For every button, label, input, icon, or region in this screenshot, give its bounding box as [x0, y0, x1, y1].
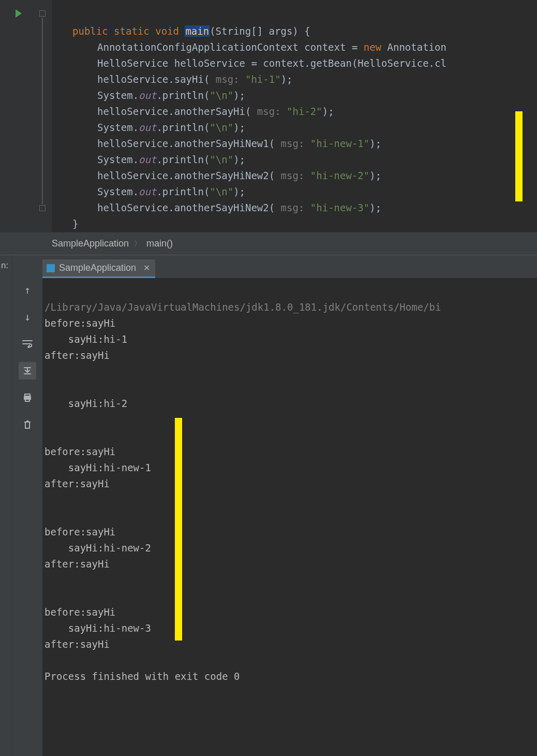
method-params: (String[] args) { [210, 25, 310, 37]
run-tab-sampleapplication[interactable]: SampleApplication ✕ [42, 259, 155, 278]
close-icon[interactable]: ✕ [143, 263, 150, 273]
highlight-marker [515, 111, 523, 201]
code-token: .println( [156, 186, 210, 197]
console-line: before:sayHi [44, 317, 115, 329]
run-tool-window: n: ↑ ↓ SampleApplication ✕ /Library/Java… [0, 255, 537, 756]
console-line: Process finished with exit code 0 [44, 671, 240, 682]
highlight-marker [175, 418, 182, 641]
string-literal: "hi-new-2" [310, 170, 369, 181]
string-literal: "\n" [210, 154, 233, 165]
run-tab-label: SampleApplication [59, 263, 136, 273]
keyword-void: void [155, 25, 179, 37]
code-token: ); [322, 106, 334, 117]
code-token: ); [233, 154, 245, 165]
fold-icon[interactable] [39, 10, 46, 17]
console-line: before:sayHi [44, 526, 115, 537]
run-tabs: SampleApplication ✕ [42, 255, 537, 278]
code-token: ); [369, 202, 381, 213]
code-token: AnnotationConfigApplicationContext conte… [97, 41, 364, 53]
console-line: after:sayHi [44, 558, 110, 570]
param-hint: msg: [251, 106, 287, 117]
method-name-main: main [185, 25, 210, 37]
keyword-new: new [364, 41, 381, 53]
fold-icon[interactable] [39, 205, 46, 211]
console-line: before:sayHi [44, 606, 115, 618]
param-hint: msg: [210, 74, 245, 85]
code-text[interactable]: public static void main(String[] args) {… [52, 0, 537, 232]
string-literal: "hi-2" [287, 106, 322, 117]
code-token: .println( [156, 90, 210, 101]
application-icon [47, 264, 55, 272]
code-token: helloService.sayHi( [97, 74, 210, 85]
svg-rect-2 [25, 399, 29, 401]
string-literal: "\n" [210, 122, 233, 133]
string-literal: "\n" [210, 186, 233, 197]
console-line: after:sayHi [44, 478, 110, 489]
code-token: ); [233, 122, 245, 133]
code-token: ); [233, 186, 245, 197]
param-hint: msg: [275, 170, 310, 181]
code-token: System. [97, 154, 139, 165]
code-token: Annotation [381, 41, 446, 53]
code-token: ); [281, 74, 293, 85]
svg-rect-0 [25, 394, 30, 396]
console-line: after:sayHi [44, 638, 110, 650]
param-hint: msg: [275, 138, 310, 149]
code-token: .println( [156, 122, 210, 133]
field-ref: out [139, 90, 156, 101]
editor-gutter [0, 0, 32, 232]
arrow-up-icon[interactable]: ↑ [19, 281, 36, 299]
code-token: .println( [156, 154, 210, 165]
field-ref: out [139, 122, 156, 133]
keyword-static: static [114, 25, 150, 37]
field-ref: out [139, 186, 156, 197]
code-token: helloService.anotherSayHi( [97, 106, 251, 117]
run-gutter-icon[interactable] [16, 9, 22, 18]
console-line: before:sayHi [44, 446, 115, 457]
breadcrumb-method[interactable]: main() [146, 238, 173, 249]
code-token: ); [369, 170, 381, 181]
code-token: System. [97, 186, 139, 197]
brace-close: } [72, 218, 78, 229]
breadcrumb-class[interactable]: SampleApplication [52, 238, 129, 249]
run-toolbar: ↑ ↓ [12, 255, 42, 756]
code-editor[interactable]: public static void main(String[] args) {… [0, 0, 537, 232]
tool-window-stripe: n: [0, 255, 12, 756]
code-token: helloService.anotherSayHiNew2( [97, 170, 275, 181]
code-token: helloService.anotherSayHiNew1( [97, 138, 275, 149]
string-literal: "hi-new-1" [310, 138, 369, 149]
code-token: helloService.anotherSayHiNew2( [97, 202, 275, 213]
code-token: System. [97, 122, 139, 133]
code-token: System. [97, 90, 139, 101]
string-literal: "hi-1" [245, 74, 281, 85]
run-label: n: [1, 260, 8, 271]
field-ref: out [139, 154, 156, 165]
console-line: sayHi:hi-2 [44, 398, 127, 409]
keyword-public: public [72, 25, 108, 37]
console-line: sayHi:hi-1 [44, 333, 127, 345]
scroll-to-end-icon[interactable] [19, 362, 36, 380]
console-line: sayHi:hi-new-2 [44, 542, 151, 554]
string-literal: "\n" [210, 90, 233, 101]
console-output[interactable]: /Library/Java/JavaVirtualMachines/jdk1.8… [42, 278, 537, 756]
soft-wrap-icon[interactable] [19, 335, 36, 353]
trash-icon[interactable] [19, 416, 36, 433]
console-command: /Library/Java/JavaVirtualMachines/jdk1.8… [44, 301, 441, 313]
print-icon[interactable] [19, 389, 36, 406]
console-line: sayHi:hi-new-1 [44, 462, 151, 473]
chevron-right-icon: 〉 [134, 239, 141, 249]
console-line: after:sayHi [44, 350, 110, 361]
arrow-down-icon[interactable]: ↓ [19, 308, 36, 326]
fold-gutter [32, 0, 52, 232]
param-hint: msg: [275, 202, 310, 213]
string-literal: "hi-new-3" [310, 202, 369, 213]
code-token: ); [369, 138, 381, 149]
code-token: HelloService helloService = context.getB… [97, 57, 446, 69]
breadcrumb[interactable]: SampleApplication 〉 main() [0, 232, 537, 255]
console-line: sayHi:hi-new-3 [44, 622, 151, 634]
code-token: ); [233, 90, 245, 101]
